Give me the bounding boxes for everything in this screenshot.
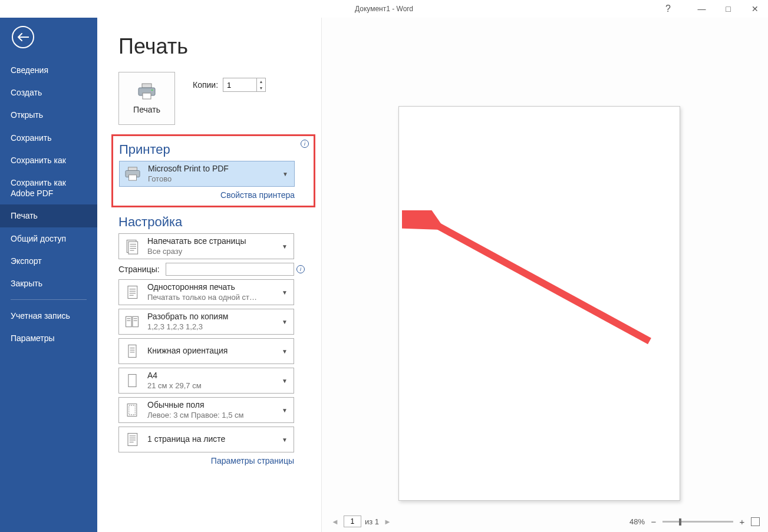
copies-label: Копии: xyxy=(193,80,218,90)
printer-icon xyxy=(136,82,157,100)
sides-title: Односторонняя печать xyxy=(147,282,279,293)
prev-page-button[interactable]: ◄ xyxy=(330,517,340,526)
window-title: Документ1 - Word xyxy=(355,5,413,13)
sidebar-item-saveas[interactable]: Сохранить как xyxy=(0,149,97,171)
print-range-title: Напечатать все страницы xyxy=(147,236,279,247)
svg-rect-4 xyxy=(128,167,137,171)
paper-size-icon xyxy=(123,371,141,390)
backstage-sidebar: Сведения Создать Открыть Сохранить Сохра… xyxy=(0,18,97,532)
printer-dropdown[interactable]: Microsoft Print to PDF Готово ▼ xyxy=(119,161,295,187)
chevron-down-icon: ▼ xyxy=(279,437,290,443)
margins-title: Обычные поля xyxy=(147,400,279,411)
help-icon[interactable]: ? xyxy=(665,4,671,14)
sidebar-item-open[interactable]: Открыть xyxy=(0,104,97,126)
preview-footer: ◄ из 1 ► 48% − + xyxy=(322,516,768,527)
sidebar-item-export[interactable]: Экспорт xyxy=(0,250,97,272)
pages-per-sheet-icon xyxy=(123,430,141,449)
zoom-slider[interactable] xyxy=(662,521,733,523)
chevron-down-icon: ▼ xyxy=(279,378,290,384)
sidebar-item-share[interactable]: Общий доступ xyxy=(0,227,97,250)
sidebar-item-saveas-pdf[interactable]: Сохранить как Adobe PDF xyxy=(0,171,97,204)
sidebar-item-close[interactable]: Закрыть xyxy=(0,272,97,295)
pages-per-sheet-title: 1 страница на листе xyxy=(147,434,279,445)
sidebar-item-print[interactable]: Печать xyxy=(0,204,97,227)
next-page-button[interactable]: ► xyxy=(383,517,393,526)
window-controls: — □ ✕ xyxy=(688,0,768,18)
svg-rect-19 xyxy=(133,316,139,327)
zoom-out-button[interactable]: − xyxy=(650,517,658,527)
svg-point-3 xyxy=(151,90,153,91)
svg-rect-2 xyxy=(143,93,151,99)
print-button-label: Печать xyxy=(133,105,160,114)
preview-page xyxy=(398,106,680,501)
orientation-title: Книжная ориентация xyxy=(147,346,279,356)
printer-name: Microsoft Print to PDF xyxy=(148,164,280,174)
pages-all-icon xyxy=(123,237,141,256)
print-range-dropdown[interactable]: Напечатать все страницы Все сразу ▼ xyxy=(118,233,294,259)
sidebar-item-options[interactable]: Параметры xyxy=(0,327,97,349)
svg-rect-24 xyxy=(128,345,136,358)
margins-icon xyxy=(123,401,141,419)
chevron-down-icon: ▼ xyxy=(279,407,290,414)
sidebar-separator xyxy=(11,299,87,300)
printer-section-highlight: i Принтер Microsoft Print to PDF Готово … xyxy=(111,134,315,207)
printer-section-title: Принтер xyxy=(119,142,308,157)
sidebar-item-new[interactable]: Создать xyxy=(0,81,97,104)
print-preview: ◄ из 1 ► 48% − + xyxy=(321,18,768,532)
maximize-button[interactable]: □ xyxy=(715,0,741,18)
print-range-sub: Все сразу xyxy=(147,247,279,256)
single-sided-icon xyxy=(123,283,141,302)
minimize-button[interactable]: — xyxy=(688,0,715,18)
svg-rect-31 xyxy=(128,434,137,446)
chevron-down-icon: ▼ xyxy=(279,289,290,296)
svg-rect-13 xyxy=(128,286,137,299)
settings-section-title: Настройка xyxy=(118,214,321,230)
collate-icon xyxy=(123,312,141,331)
margins-sub: Левое: 3 см Правое: 1,5 см xyxy=(147,411,279,420)
svg-rect-28 xyxy=(128,375,136,387)
paper-sub: 21 см x 29,7 см xyxy=(147,381,279,391)
pages-label: Страницы: xyxy=(118,265,166,274)
orientation-dropdown[interactable]: Книжная ориентация ▼ xyxy=(118,338,294,364)
info-icon[interactable]: i xyxy=(296,265,305,273)
back-button[interactable] xyxy=(12,26,34,48)
sides-sub: Печатать только на одной ст… xyxy=(147,293,279,302)
margins-dropdown[interactable]: Обычные поля Левое: 3 см Правое: 1,5 см … xyxy=(118,397,294,423)
chevron-down-icon: ▼ xyxy=(280,171,291,177)
sidebar-item-save[interactable]: Сохранить xyxy=(0,127,97,149)
svg-rect-18 xyxy=(126,316,132,327)
paper-dropdown[interactable]: A4 21 см x 29,7 см ▼ xyxy=(118,368,294,394)
printer-properties-link[interactable]: Свойства принтера xyxy=(119,190,295,200)
collate-title: Разобрать по копиям xyxy=(147,312,279,322)
print-settings-panel: Печать Печать Копии: xyxy=(97,18,321,532)
zoom-in-button[interactable]: + xyxy=(738,517,746,527)
chevron-down-icon: ▼ xyxy=(279,243,290,250)
svg-rect-8 xyxy=(128,242,138,254)
sides-dropdown[interactable]: Односторонняя печать Печатать только на … xyxy=(118,279,294,305)
copies-down[interactable]: ▼ xyxy=(257,85,265,91)
sidebar-item-account[interactable]: Учетная запись xyxy=(0,305,97,327)
collate-dropdown[interactable]: Разобрать по копиям 1,2,3 1,2,3 1,2,3 ▼ xyxy=(118,309,294,335)
copies-up[interactable]: ▲ xyxy=(257,78,265,85)
info-icon[interactable]: i xyxy=(301,140,309,148)
sidebar-item-info[interactable]: Сведения xyxy=(0,59,97,81)
printer-status: Готово xyxy=(148,174,280,184)
chevron-down-icon: ▼ xyxy=(279,319,290,325)
arrow-left-icon xyxy=(17,32,29,42)
copies-spinner[interactable]: ▲ ▼ xyxy=(223,78,266,92)
svg-rect-0 xyxy=(142,84,151,88)
paper-title: A4 xyxy=(147,371,279,381)
page-number-input[interactable] xyxy=(344,516,361,527)
print-button[interactable]: Печать xyxy=(118,72,175,125)
close-button[interactable]: ✕ xyxy=(741,0,768,18)
zoom-label: 48% xyxy=(629,517,645,526)
page-total-label: из 1 xyxy=(365,517,379,526)
copies-input[interactable] xyxy=(223,78,256,91)
pages-per-sheet-dropdown[interactable]: 1 страница на листе ▼ xyxy=(118,427,294,452)
printer-device-icon xyxy=(123,164,142,183)
chevron-down-icon: ▼ xyxy=(279,348,290,355)
zoom-fit-button[interactable] xyxy=(751,517,760,526)
pages-input[interactable] xyxy=(166,263,294,276)
page-setup-link[interactable]: Параметры страницы xyxy=(118,456,294,465)
page-title: Печать xyxy=(118,34,321,59)
